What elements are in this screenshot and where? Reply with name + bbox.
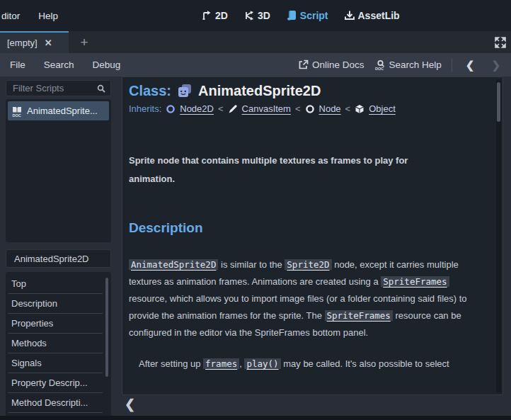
animatedsprite2d-class-icon (176, 82, 193, 99)
paragraph-text: may be called. It's also possible to sel… (281, 358, 449, 369)
sections-scrollbar[interactable] (105, 278, 108, 377)
class-keyword: Class: (129, 83, 171, 99)
section-methods[interactable]: Methods (8, 334, 103, 353)
brief-description: Sprite node that contains multiple textu… (129, 152, 449, 188)
inherits-separator: < (295, 103, 301, 114)
script-label: Script (300, 10, 328, 21)
link-node2d[interactable]: Node2D (180, 103, 214, 114)
topbar-menus: ditor Help (1, 0, 58, 31)
description-paragraph: AnimatedSprite2D is similar to the Sprit… (129, 256, 477, 341)
description-paragraph-2: After setting up frames, play() may be c… (129, 356, 487, 373)
3d-label: 3D (258, 10, 270, 21)
script-item-label: AnimatedSprite... (27, 106, 98, 116)
search-help-button[interactable]: DOC Search Help (374, 59, 442, 71)
code-link-spriteframes[interactable]: SpriteFrames (381, 276, 449, 287)
script-list: DOC AnimatedSprite... (6, 99, 111, 242)
menu-debug[interactable]: Debug (84, 59, 130, 70)
section-properties[interactable]: Properties (8, 314, 103, 334)
search-icon (96, 84, 106, 93)
script-list-item-animatedsprite2d[interactable]: DOC AnimatedSprite... (8, 101, 109, 120)
script-editor-workspace: DOC AnimatedSprite... AnimatedSprite2D T… (0, 76, 511, 420)
tab-label: [empty] (7, 38, 38, 48)
description-heading: Description (129, 220, 503, 236)
context-switcher: 2D 3D Script AssetLib (201, 0, 400, 31)
history-forward-button[interactable]: ❯ (488, 59, 504, 72)
class-title: AnimatedSprite2D (198, 83, 321, 99)
add-tab-button[interactable]: + (75, 31, 93, 53)
online-docs-button[interactable]: Online Docs (298, 59, 364, 70)
svg-text:DOC: DOC (13, 113, 21, 117)
inherits-separator: < (345, 103, 351, 114)
3d-icon (243, 10, 255, 21)
script-menu-bar: File Search Debug Online Docs DOC Search… (0, 53, 511, 76)
assetlib-icon (344, 10, 355, 21)
doc-scrollbar-thumb[interactable] (497, 82, 500, 122)
workspace-2d-button[interactable]: 2D (201, 10, 228, 21)
class-name-value: AnimatedSprite2D (14, 254, 89, 264)
search-help-label: Search Help (389, 59, 442, 70)
menu-bar-right: Online Docs DOC Search Help ❮ ❯ (298, 58, 511, 72)
distraction-free-icon[interactable] (494, 36, 507, 49)
svg-text:DOC: DOC (375, 66, 384, 70)
script-icon (286, 10, 297, 21)
paragraph-text: is similar to the (218, 259, 285, 270)
workspace-assetlib-button[interactable]: AssetLib (344, 10, 400, 21)
menu-bar-separator (452, 58, 452, 72)
inherits-keyword: Inherits: (129, 103, 161, 114)
workspace-script-button[interactable]: Script (286, 10, 328, 21)
class-heading: Class: AnimatedSprite2D (129, 82, 503, 99)
link-node[interactable]: Node (319, 103, 341, 114)
inherits-separator: < (218, 103, 224, 114)
2d-icon (201, 10, 212, 21)
section-description[interactable]: Description (8, 294, 103, 314)
code-link-spriteframes[interactable]: SpriteFrames (325, 310, 393, 321)
paragraph-text: After setting up (139, 358, 203, 369)
section-property-descriptions[interactable]: Property Descrip... (8, 373, 103, 393)
code-link-sprite2d[interactable]: Sprite2D (285, 259, 331, 270)
link-canvasitem[interactable]: CanvasItem (242, 103, 291, 114)
assetlib-label: AssetLib (358, 10, 400, 21)
object-icon (355, 104, 364, 114)
doc-scrollbar[interactable] (496, 79, 501, 392)
section-method-descriptions[interactable]: Method Descripti... (8, 393, 103, 413)
tab-close-icon[interactable]: ✕ (45, 38, 52, 47)
collapse-bottom-panel-button[interactable]: ❮ (125, 397, 135, 412)
link-object[interactable]: Object (369, 103, 396, 114)
script-tab-bar: [empty] ✕ + (0, 31, 511, 53)
node2d-icon (166, 104, 176, 114)
doc-sections-list: Top Description Properties Methods Signa… (6, 272, 111, 418)
tab-empty[interactable]: [empty] ✕ (0, 31, 69, 53)
doc-search-icon: DOC (374, 59, 386, 71)
inherits-line: Inherits: Node2D < CanvasItem < Node < (129, 103, 503, 114)
menu-help[interactable]: Help (38, 11, 58, 21)
filter-scripts-input[interactable] (6, 81, 90, 96)
menu-search[interactable]: Search (35, 59, 84, 70)
code-link-animatedsprite2d[interactable]: AnimatedSprite2D (129, 259, 218, 270)
node-icon (305, 104, 315, 114)
menu-editor[interactable]: ditor (1, 11, 20, 21)
history-back-button[interactable]: ❮ (462, 59, 478, 72)
online-docs-label: Online Docs (312, 59, 364, 70)
code-link-frames[interactable]: frames (203, 358, 239, 369)
bottom-strip (0, 416, 511, 420)
code-link-play[interactable]: play() (244, 358, 280, 369)
filter-scripts-box (6, 80, 111, 96)
menu-file[interactable]: File (0, 59, 35, 70)
workspace-3d-button[interactable]: 3D (243, 10, 270, 21)
section-top[interactable]: Top (8, 274, 103, 294)
external-link-icon (298, 59, 309, 70)
2d-label: 2D (215, 10, 228, 21)
section-signals[interactable]: Signals (8, 353, 103, 373)
editor-topbar: ditor Help 2D 3D Script AssetLib (0, 0, 511, 31)
class-name-field[interactable]: AnimatedSprite2D (6, 249, 111, 268)
class-doc-panel: Class: AnimatedSprite2D Inherits: Node2D… (122, 76, 503, 395)
canvasitem-icon (228, 104, 238, 114)
doc-book-icon: DOC (11, 106, 23, 117)
